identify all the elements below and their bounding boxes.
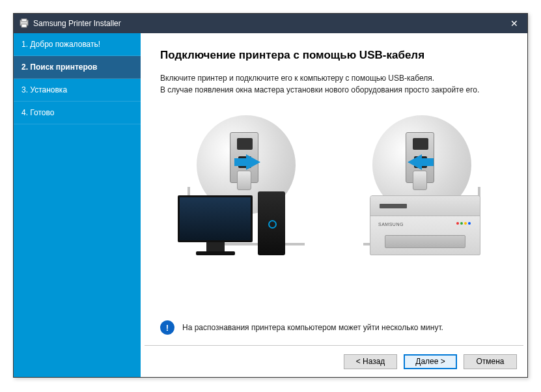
sidebar-step-label: 2. Поиск принтеров — [21, 63, 97, 72]
sidebar-step-label: 3. Установка — [21, 85, 67, 94]
monitor-icon — [178, 195, 253, 255]
info-text: На распознавания принтера компьютером мо… — [182, 323, 443, 332]
sidebar-step-done[interactable]: 4. Готово — [14, 102, 141, 124]
illustration: SAMSUNG — [160, 109, 508, 255]
content-area: Подключение принтера с помощью USB-кабел… — [141, 33, 527, 315]
sidebar-step-label: 1. Добро пожаловать! — [21, 40, 100, 49]
page-heading: Подключение принтера с помощью USB-кабел… — [160, 49, 508, 62]
pc-tower-icon — [258, 191, 285, 255]
main-panel: Подключение принтера с помощью USB-кабел… — [141, 33, 527, 377]
sidebar-step-welcome[interactable]: 1. Добро пожаловать! — [14, 33, 141, 56]
sidebar-step-install[interactable]: 3. Установка — [14, 79, 141, 102]
usb-arrow-icon — [408, 154, 422, 170]
body: 1. Добро пожаловать! 2. Поиск принтеров … — [14, 33, 527, 377]
printer-leds-icon — [456, 222, 471, 225]
sidebar-step-label: 4. Готово — [21, 108, 54, 117]
svg-rect-1 — [21, 19, 27, 21]
info-note: ! На распознавания принтера компьютером … — [141, 315, 527, 345]
printer-icon: SAMSUNG — [370, 195, 480, 255]
close-button[interactable]: ✕ — [501, 14, 527, 33]
printer-diagram: SAMSUNG — [344, 115, 500, 255]
instruction-line-1: Включите принтер и подключите его к комп… — [160, 72, 508, 84]
installer-window: Samsung Printer Installer ✕ 1. Добро пож… — [13, 13, 528, 378]
sidebar-step-search[interactable]: 2. Поиск принтеров — [14, 56, 141, 79]
instructions: Включите принтер и подключите его к комп… — [160, 72, 508, 96]
cancel-button[interactable]: Отмена — [464, 354, 517, 369]
button-bar: < Назад Далее > Отмена — [141, 346, 527, 377]
window-title: Samsung Printer Installer — [33, 19, 501, 28]
sidebar: 1. Добро пожаловать! 2. Поиск принтеров … — [14, 33, 141, 377]
info-icon: ! — [160, 320, 174, 335]
back-button[interactable]: < Назад — [344, 354, 397, 369]
svg-rect-2 — [21, 24, 27, 27]
app-icon — [19, 18, 29, 29]
usb-arrow-icon — [246, 154, 260, 170]
titlebar[interactable]: Samsung Printer Installer ✕ — [14, 14, 527, 33]
printer-brand-label: SAMSUNG — [378, 222, 404, 227]
computer-diagram — [168, 115, 324, 255]
next-button[interactable]: Далее > — [404, 354, 457, 369]
instruction-line-2: В случае появления окна мастера установк… — [160, 84, 508, 96]
